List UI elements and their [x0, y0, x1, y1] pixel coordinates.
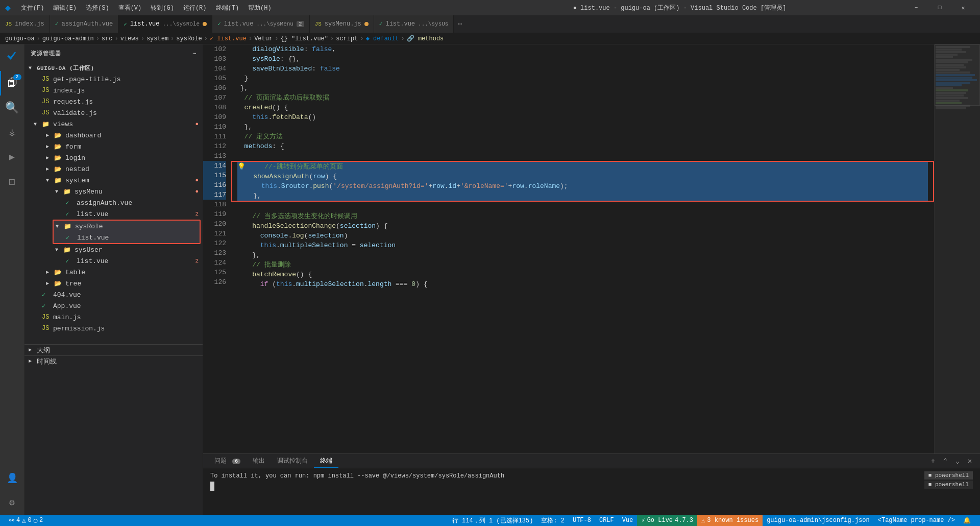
bc-sysrole[interactable]: sysRole: [176, 35, 202, 42]
code-line-104: saveBtnDisabled: false: [236, 64, 929, 74]
status-position[interactable]: 行 114，列 1 (已选择135): [448, 515, 537, 526]
activity-explorer[interactable]: 🗐 2: [0, 71, 24, 95]
menu-file[interactable]: 文件(F): [17, 3, 48, 13]
golive-version: 4.7.3: [675, 517, 693, 524]
line-num-106: 106: [203, 83, 226, 93]
bc-admin[interactable]: guigu-oa-admin: [42, 35, 94, 42]
tab-sysmenu-js[interactable]: JS sysMenu.js: [310, 15, 374, 33]
panel-chevron-up[interactable]: ⌃: [940, 456, 950, 466]
tree-index-js[interactable]: JS index.js: [24, 85, 203, 96]
tab-overflow-button[interactable]: ⋯: [454, 15, 466, 33]
panel-add-button[interactable]: +: [928, 456, 938, 466]
panel-chevron-down[interactable]: ⌄: [952, 456, 963, 466]
maximize-button[interactable]: □: [928, 0, 951, 15]
panel-tab-output[interactable]: 输出: [247, 455, 271, 467]
code-line-117: },: [237, 191, 928, 201]
tree-root[interactable]: ▼ GUIGU-OA (工作区): [24, 62, 203, 74]
status-notifications[interactable]: 🔔: [959, 515, 975, 526]
activity-debug[interactable]: ▶: [0, 145, 24, 169]
status-git[interactable]: ⚯ 4 △ 0 ◯ 2: [5, 515, 47, 526]
tree-404[interactable]: ✓ 404.vue: [24, 289, 203, 300]
activity-settings[interactable]: ⚙: [0, 490, 24, 515]
menu-select[interactable]: 选择(S): [82, 3, 113, 13]
bc-methods[interactable]: 🔗 methods: [407, 35, 444, 42]
sidebar-more-icon[interactable]: ⋯: [192, 50, 197, 57]
bc-script[interactable]: script: [336, 35, 358, 42]
bc-vetur[interactable]: Vetur: [254, 35, 273, 42]
tree-sysmenu[interactable]: ▼ 📁 sysMenu ●: [24, 186, 203, 197]
panel-tab-terminal[interactable]: 终端: [314, 455, 338, 468]
language-text: Vue: [622, 517, 633, 524]
code-line-106: },: [236, 83, 929, 93]
tab-list-vue-sysus[interactable]: ✓ list.vue ...\sysUs: [374, 15, 454, 33]
tree-dashboard[interactable]: ► 📂 dashboard: [24, 130, 203, 141]
tree-form[interactable]: ► 📂 form: [24, 141, 203, 152]
minimize-button[interactable]: −: [904, 0, 928, 15]
status-spaces[interactable]: 空格: 2: [537, 515, 569, 526]
tab-assignauth-vue[interactable]: ✓ assignAuth.vue: [50, 15, 118, 33]
bc-default[interactable]: ◆ default: [366, 35, 399, 42]
vue-file-icon: ✓: [65, 199, 75, 207]
tree-request-js[interactable]: JS request.js: [24, 96, 203, 107]
bc-file[interactable]: ✓ list.vue: [210, 35, 247, 42]
tree-sysuser-list[interactable]: ✓ list.vue 2: [24, 255, 203, 267]
tree-sysrole[interactable]: ▼ 📁 sysRole: [54, 221, 200, 232]
panel-close-button[interactable]: ✕: [965, 456, 975, 466]
status-file[interactable]: guigu-oa-admin\jsconfig.json: [763, 515, 874, 526]
activity-extensions[interactable]: ◰: [0, 169, 24, 194]
filename: main.js: [53, 314, 199, 321]
status-problems[interactable]: ⚠ 3 known issues: [697, 515, 763, 526]
tab-bar: JS index.js ✓ assignAuth.vue ✓ list.vue …: [0, 15, 980, 33]
close-button[interactable]: ✕: [951, 0, 975, 15]
menu-goto[interactable]: 转到(G): [146, 3, 178, 13]
bc-src[interactable]: src: [102, 35, 113, 42]
tree-outline[interactable]: ► 大纲: [24, 344, 203, 355]
panel-tab-problems[interactable]: 问题 6: [208, 455, 247, 467]
tree-main-js[interactable]: JS main.js: [24, 312, 203, 323]
status-language[interactable]: Vue: [618, 515, 638, 526]
bc-system[interactable]: system: [146, 35, 168, 42]
powershell-2[interactable]: ■ powershell: [924, 481, 973, 489]
activity-search[interactable]: 🔍: [0, 95, 24, 120]
tree-table[interactable]: ► 📂 table: [24, 267, 203, 278]
tab-list-vue-sysrole[interactable]: ✓ list.vue ...\sysRole: [118, 15, 212, 33]
tree-assignauth-vue[interactable]: ✓ assignAuth.vue: [24, 197, 203, 208]
activity-vscode[interactable]: [0, 44, 24, 69]
menu-edit[interactable]: 编辑(E): [49, 3, 81, 13]
activity-account[interactable]: 👤: [0, 466, 24, 490]
tree-validate-js[interactable]: JS validate.js: [24, 107, 203, 118]
code-area[interactable]: dialogVisible: false, sysRole: {}, saveB…: [231, 44, 934, 453]
modified-indicator: [203, 22, 207, 26]
sysrole-highlight-box: ▼ 📁 sysRole ✓ list.vue: [53, 220, 201, 244]
tree-timeline[interactable]: ► 时间线: [24, 355, 203, 367]
status-eol[interactable]: CRLF: [595, 515, 618, 526]
menu-view[interactable]: 查看(V): [114, 3, 146, 13]
tree-app-vue[interactable]: ✓ App.vue: [24, 300, 203, 312]
tree-get-page-title[interactable]: JS get-page-title.js: [24, 74, 203, 85]
activity-source-control[interactable]: ⚶: [0, 120, 24, 145]
status-tag[interactable]: <TagName prop-name />: [874, 515, 959, 526]
menu-help[interactable]: 帮助(H): [244, 3, 276, 13]
tree-nested[interactable]: ► 📂 nested: [24, 163, 203, 175]
tree-login[interactable]: ► 📂 login: [24, 152, 203, 163]
tree-sysuser[interactable]: ▼ 📁 sysUser: [24, 244, 203, 255]
menu-run[interactable]: 运行(R): [179, 3, 211, 13]
status-encoding[interactable]: UTF-8: [569, 515, 595, 526]
tab-label: list.vue: [224, 20, 254, 28]
powershell-1[interactable]: ■ powershell: [924, 471, 973, 480]
js-file-icon: JS: [42, 76, 51, 83]
menu-terminal[interactable]: 终端(T): [212, 3, 243, 13]
tab-list-vue-sysmenu[interactable]: ✓ list.vue ...\sysMenu 2: [212, 15, 309, 33]
tree-tree[interactable]: ► 📂 tree: [24, 278, 203, 289]
tab-index-js[interactable]: JS index.js: [0, 15, 50, 33]
bc-guigu-oa[interactable]: guigu-oa: [5, 35, 35, 42]
tree-sysmenu-list[interactable]: ✓ list.vue 2: [24, 208, 203, 220]
status-golive[interactable]: ⚡ Go Live 4.7.3: [637, 515, 697, 526]
bc-obj[interactable]: {} "list.vue": [280, 35, 328, 42]
tree-sysrole-list[interactable]: ✓ list.vue: [54, 232, 200, 243]
panel-tab-debug[interactable]: 调试控制台: [271, 455, 314, 467]
tree-system[interactable]: ▼ 📁 system ●: [24, 175, 203, 186]
tree-views-folder[interactable]: ▼ 📁 views ●: [24, 118, 203, 130]
tree-permission-js[interactable]: JS permission.js: [24, 323, 203, 334]
bc-views[interactable]: views: [120, 35, 139, 42]
